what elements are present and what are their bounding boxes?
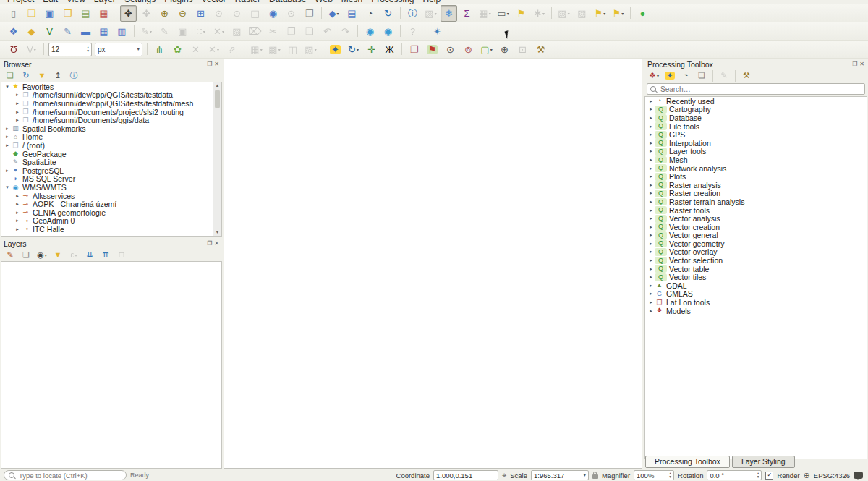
expander-icon[interactable]: ▸ xyxy=(647,308,655,314)
refresh-browser-icon[interactable]: ↻ xyxy=(19,69,33,82)
paste-features-icon[interactable]: ❏ xyxy=(301,23,318,40)
select-by-form-icon[interactable]: ▨▾ xyxy=(556,5,572,22)
refresh-map-icon[interactable]: ↻ xyxy=(380,5,396,22)
tree-item-recently-used[interactable]: ▸◔Recently used xyxy=(645,97,867,106)
zoom-next-icon[interactable]: ⊙ xyxy=(229,5,245,22)
tree-item-itc-halle[interactable]: ▸⊸ITC Halle xyxy=(1,225,221,234)
expander-icon[interactable]: ▸ xyxy=(4,126,11,132)
expander-icon[interactable]: ▸ xyxy=(14,109,21,115)
filter-browser-icon[interactable]: ▼ xyxy=(35,69,49,82)
first-aid-debug-icon[interactable]: Ж xyxy=(381,41,398,58)
tree-item-alksservices[interactable]: ▸⊸Alksservices xyxy=(1,192,221,200)
tree-item-vector-selection[interactable]: ▸QVector selection xyxy=(645,256,867,265)
tree-item-postgresql[interactable]: ▸●PostgreSQL xyxy=(1,166,221,175)
map-themes-icon-dropdown[interactable]: ▾ xyxy=(45,252,47,257)
save-project-icon[interactable]: ▣ xyxy=(41,5,58,22)
zoom-to-layer-icon[interactable]: ⊙ xyxy=(283,5,299,22)
history-icon[interactable]: ◔ xyxy=(678,69,693,82)
lock-scale-icon[interactable] xyxy=(592,474,598,479)
vertex-tool-icon-dropdown[interactable]: ▾ xyxy=(222,29,224,34)
temporal-snowflake-icon[interactable]: ❄ xyxy=(441,5,457,22)
latlon-conversion-icon[interactable]: ⊕ xyxy=(496,41,513,58)
save-edits-icon[interactable]: ▣ xyxy=(174,23,191,40)
mesh-digitizing-icon[interactable]: ▦▾ xyxy=(248,41,265,58)
tree-item-geopackage[interactable]: ◆GeoPackage xyxy=(1,150,221,158)
snapping-tolerance-spinbox-arrows[interactable]: ▴▾ xyxy=(87,46,89,53)
tree-item-favorites[interactable]: ▾★Favorites xyxy=(1,82,221,91)
remove-layer-icon[interactable]: ⊟ xyxy=(114,249,129,262)
pan-map-icon[interactable]: ✥ xyxy=(120,5,137,22)
add-vector-layer-icon[interactable]: V xyxy=(41,23,58,40)
float-panel-icon[interactable]: ❐ xyxy=(207,61,212,67)
tree-item-vector-geometry[interactable]: ▸QVector geometry xyxy=(645,239,867,248)
tree-item-cartography[interactable]: ▸QCartography xyxy=(645,106,867,114)
expander-icon[interactable]: ▸ xyxy=(4,168,11,174)
expander-icon[interactable]: ▸ xyxy=(647,299,655,305)
expander-icon[interactable]: ▸ xyxy=(14,218,21,224)
expander-icon[interactable]: ▸ xyxy=(647,291,655,297)
expander-icon[interactable]: ▸ xyxy=(14,201,21,207)
properties-icon[interactable]: ⓘ xyxy=(67,69,81,82)
messages-icon[interactable] xyxy=(854,472,863,479)
map-tips-icon[interactable]: ⚑ xyxy=(513,5,529,22)
new-print-layout-icon[interactable]: ▤ xyxy=(77,5,94,22)
mesh-transform-icon[interactable]: ◫ xyxy=(284,41,301,58)
plugin-manager-icon[interactable]: ↻▾ xyxy=(345,41,362,58)
results-viewer-icon[interactable]: ❏ xyxy=(694,69,709,82)
latlon-copy-icon[interactable]: ❐ xyxy=(406,41,422,58)
metasearch-icon[interactable]: ✴ xyxy=(429,23,446,40)
tree-item-home-isunni-dev-cpp-qgis-tests-testdata-mesh[interactable]: ▸❐/home/isunni/dev/cpp/QGIS/tests/testda… xyxy=(1,99,221,108)
collapse-all-layers-icon[interactable]: ⇈ xyxy=(98,249,113,262)
deselect-features-icon[interactable]: ▧ xyxy=(574,5,590,22)
expander-icon[interactable]: ▸ xyxy=(647,132,655,137)
tree-item-mesh[interactable]: ▸QMesh xyxy=(645,156,867,164)
tree-item-lat-lon-tools[interactable]: ▸❐Lat Lon tools xyxy=(645,298,867,307)
select-features-icon[interactable]: ▧▾ xyxy=(422,5,439,22)
tree-item-aopk-chran-n-zem[interactable]: ▸⊸AOPK - Chraněná území xyxy=(1,200,221,208)
expander-icon[interactable]: ▸ xyxy=(647,257,655,263)
add-selected-layers-icon[interactable]: ❏ xyxy=(3,69,17,82)
cut-features-icon[interactable]: ✂ xyxy=(265,23,281,40)
current-edits-icon[interactable]: ✎▾ xyxy=(138,23,155,40)
delete-selected-icon[interactable]: ⌦ xyxy=(247,23,263,40)
zoom-last-icon[interactable]: ⊙ xyxy=(210,5,227,22)
copy-features-icon[interactable]: ❐ xyxy=(283,23,299,40)
temporal-controller-icon[interactable]: ◔ xyxy=(362,5,378,22)
chevron-down-icon[interactable]: ▾ xyxy=(583,472,586,478)
expander-icon[interactable]: ▸ xyxy=(647,216,655,221)
snap-intersection-icon[interactable]: ✕ xyxy=(187,41,204,58)
add-group-icon[interactable]: ❏ xyxy=(19,249,33,262)
locate-bar[interactable] xyxy=(4,470,127,480)
float-panel-icon[interactable]: ❐ xyxy=(852,61,857,67)
tab-processing-toolbox[interactable]: Processing Toolbox xyxy=(645,456,730,468)
expander-icon[interactable]: ▸ xyxy=(647,274,655,280)
expander-icon[interactable]: ▸ xyxy=(14,193,21,199)
expander-icon[interactable]: ▸ xyxy=(647,174,655,179)
save-project-as-icon[interactable]: ❐ xyxy=(59,5,76,22)
measure-icon[interactable]: ▭▾ xyxy=(495,5,511,22)
digitize-point-icon-dropdown[interactable]: ▾ xyxy=(203,29,205,34)
zoom-full-icon[interactable]: ⊞ xyxy=(192,5,209,22)
select-features-icon-dropdown[interactable]: ▾ xyxy=(435,11,437,16)
render-checkbox[interactable]: ✓ xyxy=(765,472,773,480)
pan-to-selection-icon[interactable]: ✥ xyxy=(138,5,155,22)
labeling-icon[interactable]: ⚑▾ xyxy=(592,5,608,22)
identify-features-icon[interactable]: ⓘ xyxy=(404,5,421,22)
processing-search-input[interactable] xyxy=(659,85,861,94)
expander-icon[interactable]: ▸ xyxy=(647,199,655,205)
expander-icon[interactable]: ▸ xyxy=(647,106,655,112)
expander-icon[interactable]: ▸ xyxy=(647,208,655,213)
options-icon[interactable]: ⚒ xyxy=(739,69,754,82)
show-bookmarks-icon[interactable]: ▤ xyxy=(344,5,360,22)
filter-expression-icon-dropdown[interactable]: ▾ xyxy=(75,252,77,257)
tree-item-wms-wmts[interactable]: ▾◉WMS/WMTS xyxy=(1,183,221,192)
collapse-all-icon[interactable]: ↥ xyxy=(51,69,65,82)
expander-icon[interactable]: ▸ xyxy=(14,117,21,123)
tree-item-gdal[interactable]: ▸▲GDAL xyxy=(645,281,867,290)
tree-item-layer-tools[interactable]: ▸QLayer tools xyxy=(645,148,867,156)
new-geopackage-icon[interactable]: ◆ xyxy=(23,23,40,40)
mesh-force-icon-dropdown[interactable]: ▾ xyxy=(315,47,317,52)
rotation-spinbox[interactable]: 0.0 ° ▴▾ xyxy=(707,470,762,480)
help-icon[interactable]: ? xyxy=(404,23,421,40)
crs-status[interactable]: EPSG:4326 xyxy=(814,472,850,480)
